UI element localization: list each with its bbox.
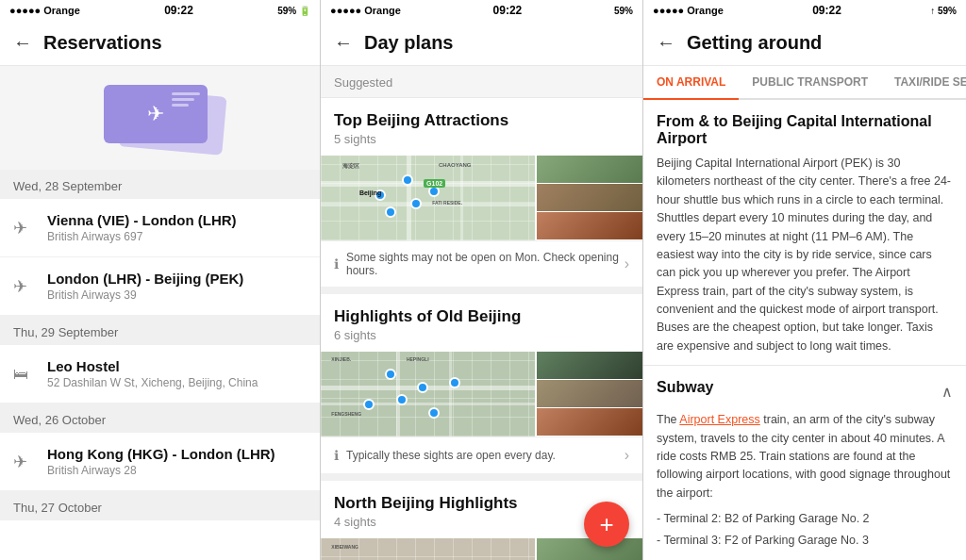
subway-body: The Airport Express train, an arm of the… — [657, 411, 953, 502]
map-label-hepingli: HEPINGLI — [407, 356, 429, 362]
warning-1[interactable]: ℹ Some sights may not be open on Mon. Ch… — [321, 240, 642, 287]
flight-airline-3: British Airways 28 — [47, 464, 275, 477]
bullet-list: - Terminal 2: B2 of Parking Garage No. 2… — [657, 510, 953, 551]
card-title-2: Highlights of Old Beijing — [334, 307, 629, 326]
getting-scroll[interactable]: From & to Beijing Capital International … — [643, 100, 966, 560]
map-images-row-1: G102 海淀区 CHAOYANG Beijing FATI RESIDE. — [321, 156, 642, 240]
top-bar-1: ← Reservations — [0, 21, 320, 66]
status-bar-1: ●●●●● Orange 09:22 59% 🔋 — [0, 0, 320, 21]
card-title-1: Top Beijing Attractions — [334, 111, 629, 130]
hotel-info: Leo Hostel 52 Dashilan W St, Xicheng, Be… — [47, 358, 258, 389]
card-header-2: Highlights of Old Beijing 6 sights — [321, 294, 642, 352]
ticket-graphic: ✈ — [0, 66, 320, 170]
dayplan-scroll[interactable]: Top Beijing Attractions 5 sights — [321, 98, 642, 560]
map-label-xib: XIBEIWANG — [331, 544, 358, 550]
tab-on-arrival[interactable]: ON ARRIVAL — [643, 66, 739, 100]
back-button-1[interactable]: ← — [13, 32, 32, 54]
card-sights-2: 6 sights — [334, 328, 629, 342]
g102-badge: G102 — [424, 179, 445, 188]
map-road-v4 — [449, 352, 452, 436]
map-2: XINJIEB. HEPINGLI FENGSHENG — [321, 352, 535, 436]
carrier-1: ●●●●● Orange — [9, 5, 80, 16]
card-title-3: North Beijing Highlights — [334, 494, 629, 513]
date-section-4: Thu, 27 October — [0, 491, 320, 520]
thumb-temple-1 — [535, 156, 642, 184]
flight-item-3[interactable]: ✈ Hong Kong (HKG) - London (LHR) British… — [0, 433, 320, 491]
subway-header: Subway ∧ — [657, 379, 953, 404]
ticket-line-3 — [172, 104, 189, 107]
carrier-2: ●●●●● Orange — [330, 5, 401, 16]
battery-1: 59% 🔋 — [277, 6, 310, 16]
hotel-item-1[interactable]: 🛏 Leo Hostel 52 Dashilan W St, Xicheng, … — [0, 345, 320, 404]
airport-section: From & to Beijing Capital International … — [643, 100, 966, 366]
flight-icon-1: ✈ — [13, 218, 34, 239]
map-pin-2d — [428, 407, 440, 419]
flight-info-1: Vienna (VIE) - London (LHR) British Airw… — [47, 212, 237, 243]
airport-express-link[interactable]: Airport Express — [679, 413, 759, 426]
ticket-wrapper: ✈ — [104, 85, 217, 151]
chevron-icon-1[interactable]: › — [625, 255, 629, 272]
thumb-temple-3 — [535, 538, 642, 560]
chevron-icon-2[interactable]: › — [625, 447, 629, 464]
flight-item-1[interactable]: ✈ Vienna (VIE) - London (LHR) British Ai… — [0, 199, 320, 257]
map-label-fati: FATI RESIDE. — [432, 200, 462, 206]
map-1: G102 海淀区 CHAOYANG Beijing FATI RESIDE. — [321, 156, 535, 240]
tabs-bar: ON ARRIVAL PUBLIC TRANSPORT TAXI/RIDE SE… — [643, 66, 966, 100]
flight-item-2[interactable]: ✈ London (LHR) - Beijing (PEK) British A… — [0, 257, 320, 316]
flight-airline-1: British Airways 697 — [47, 230, 237, 243]
map-label-xinj: XINJIEB. — [331, 356, 351, 362]
map-road-v2 — [460, 156, 463, 240]
flight-info-2: London (LHR) - Beijing (PEK) British Air… — [47, 271, 243, 302]
flight-info-3: Hong Kong (HKG) - London (LHR) British A… — [47, 446, 275, 477]
map-label-fengs: FENGSHENG — [331, 411, 361, 417]
date-section-3: Wed, 26 October — [0, 404, 320, 433]
back-button-3[interactable]: ← — [657, 32, 675, 54]
carrier-3: ●●●●● Orange — [653, 5, 724, 16]
hotel-address: 52 Dashilan W St, Xicheng, Beijing, Chin… — [47, 376, 258, 389]
map-label-chaoyang: CHAOYANG — [439, 162, 471, 168]
ticket-lines — [172, 92, 200, 109]
fab-button[interactable]: + — [584, 502, 629, 547]
panel-getting: ●●●●● Orange 09:22 ↑ 59% ← Getting aroun… — [643, 0, 966, 560]
subway-section: Subway ∧ The Airport Express train, an a… — [643, 366, 966, 560]
map-road-h4 — [321, 403, 535, 405]
flight-route-3: Hong Kong (HKG) - London (LHR) — [47, 446, 275, 462]
date-section-2: Thu, 29 September — [0, 316, 320, 345]
hotel-icon: 🛏 — [13, 366, 34, 383]
ticket-front: ✈ — [104, 85, 208, 143]
subway-title: Subway — [657, 379, 713, 396]
time-2: 09:22 — [493, 4, 523, 17]
thumb-park-2 — [535, 352, 642, 380]
warning-2[interactable]: ℹ Typically these sights are open every … — [321, 436, 642, 473]
ticket-line-2 — [172, 98, 194, 101]
map-3: XIBEIWANG ZHEN — [321, 538, 535, 560]
card-header-1: Top Beijing Attractions 5 sights — [321, 98, 642, 156]
thumb-ancient-1 — [535, 212, 642, 240]
status-bar-3: ●●●●● Orange 09:22 ↑ 59% — [643, 0, 966, 21]
map-pin-2e — [363, 399, 375, 410]
tab-public-transport[interactable]: PUBLIC TRANSPORT — [739, 66, 881, 100]
info-icon-2: ℹ — [334, 448, 339, 463]
thumb-street-2 — [535, 380, 642, 408]
thumb-imgs-3 — [535, 538, 642, 560]
card-sights-1: 5 sights — [334, 132, 629, 146]
tab-taxi-ride[interactable]: TAXI/RIDE SER — [881, 66, 966, 100]
thumb-wall-1 — [535, 184, 642, 212]
dayplan-card-2[interactable]: Highlights of Old Beijing 6 sights XIN — [321, 294, 642, 481]
page-title-1: Reservations — [43, 32, 162, 54]
flight-route-1: Vienna (VIE) - London (LHR) — [47, 212, 237, 228]
dayplan-card-1[interactable]: Top Beijing Attractions 5 sights — [321, 98, 642, 294]
back-button-2[interactable]: ← — [334, 32, 353, 54]
map-road-h2 — [321, 203, 535, 206]
map-pin-2c — [396, 394, 408, 405]
date-section-1: Wed, 28 September — [0, 170, 320, 199]
chevron-up-icon[interactable]: ∧ — [941, 383, 953, 401]
battery-3: ↑ 59% — [930, 6, 957, 16]
map-images-row-2: XINJIEB. HEPINGLI FENGSHENG — [321, 352, 642, 436]
ticket-line-1 — [172, 92, 200, 95]
time-1: 09:22 — [164, 4, 193, 17]
thumb-imgs-1 — [535, 156, 642, 240]
map-grid-2 — [321, 352, 535, 436]
warning-text-2: Typically these sights are open every da… — [346, 449, 625, 462]
battery-2: 59% — [614, 6, 633, 16]
